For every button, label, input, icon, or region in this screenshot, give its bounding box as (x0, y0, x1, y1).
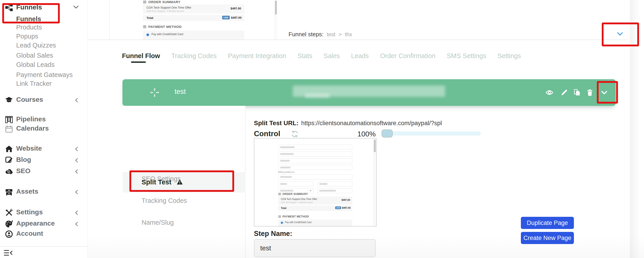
sidebar-item-appearance[interactable]: Appearance (16, 219, 55, 227)
currency-badge: USD (222, 16, 230, 19)
tab-stats[interactable]: Stats (298, 52, 312, 60)
sidebar-item-calendars[interactable]: Calendars (16, 124, 49, 132)
sidebar-divider (0, 246, 88, 247)
edit-icon[interactable] (560, 89, 568, 96)
preview-icon[interactable] (546, 89, 553, 96)
blog-icon (5, 156, 13, 164)
tab-settings[interactable]: Settings (498, 52, 521, 60)
assets-icon (5, 188, 13, 196)
delete-icon[interactable] (586, 89, 594, 96)
payment-option-row: Pay with Credit/Debit Card (278, 219, 352, 226)
tab-leads[interactable]: Leads (351, 52, 369, 60)
move-icon[interactable] (150, 88, 160, 97)
duplicate-page-button[interactable]: Duplicate Page (521, 217, 574, 229)
funnels-icon (5, 3, 13, 12)
scrollbar-thumb[interactable] (374, 140, 376, 152)
list-icon (143, 26, 146, 28)
tab-payment-integration[interactable]: Payment Integration (228, 52, 286, 60)
sidebar-item-website[interactable]: Website (16, 145, 42, 152)
seo-icon (5, 168, 13, 176)
breadcrumb-separator: > (339, 31, 342, 38)
sidebar-item-payment-gateways[interactable]: Payment Gateways (16, 71, 72, 79)
create-new-page-button[interactable]: Create New Page (521, 232, 574, 244)
preview-input (278, 145, 352, 150)
list-icon (278, 215, 281, 218)
traffic-slider-thumb[interactable] (382, 130, 393, 138)
list-icon (143, 1, 146, 3)
sidebar-item-account[interactable]: Account (16, 230, 43, 237)
tab-funnel-flow[interactable]: Funnel Flow (122, 52, 160, 60)
sidebar-item-settings[interactable]: Settings (16, 208, 43, 216)
funnel-steps: Funnel steps: test > thx (288, 31, 352, 38)
expand-step-chevron-icon[interactable] (600, 89, 608, 96)
total-amount: USD $497.00 (335, 206, 350, 209)
order-item-price: $497.00 (342, 199, 350, 201)
tab-sales[interactable]: Sales (324, 52, 340, 60)
duplicate-icon[interactable] (573, 89, 581, 96)
funnel-steps-label: Funnel steps: (288, 31, 324, 38)
total-label: Total (281, 207, 286, 209)
sidebar-item-pipelines[interactable]: Pipelines (16, 115, 46, 123)
scrollbar-thumb[interactable] (275, 1, 277, 15)
split-test-url-value[interactable]: https://clientsonautomationsoftware.com/… (301, 120, 442, 127)
chevron-left-icon[interactable] (75, 210, 78, 215)
select-caret-icon (310, 190, 312, 191)
sidebar-item-blog[interactable]: Blog (16, 156, 31, 164)
payment-option-label: Pay with Credit/Debit Card (152, 33, 183, 36)
active-tab-underline (131, 61, 146, 63)
funnel-step-bar[interactable]: test (122, 79, 616, 106)
website-icon (5, 145, 13, 153)
sidebar-item-global-leads[interactable]: Global Leads (16, 61, 54, 68)
thumbnail-scrollbar[interactable] (373, 139, 376, 226)
funnel-step-test[interactable]: test (327, 31, 336, 38)
chevron-left-icon[interactable] (75, 147, 78, 152)
expand-panel-chevron-icon[interactable] (615, 30, 625, 38)
chevron-left-icon[interactable] (75, 190, 78, 195)
currency-badge: USD (335, 206, 341, 209)
warning-icon (176, 179, 183, 185)
order-item-name: COA Tech Support One Time Offer (146, 6, 192, 9)
funnel-step-thx[interactable]: thx (345, 31, 352, 38)
step-name-label: Step Name: (254, 230, 292, 238)
nav-item-tracking-codes[interactable]: Tracking Codes (142, 197, 187, 204)
preview-input (278, 181, 313, 186)
account-icon (5, 230, 13, 238)
billing-address-label: Billing Address (278, 171, 294, 173)
nav-item-name-slug[interactable]: Name/Slug (142, 219, 174, 226)
split-test-url-line: Split Test URL: https://clientsonautomat… (254, 119, 442, 127)
chevron-left-icon[interactable] (75, 158, 78, 163)
nav-item-split-test[interactable]: Split Test (142, 178, 183, 186)
preview-input (317, 181, 352, 186)
preview-input (278, 175, 352, 179)
preview-scrollbar[interactable] (274, 0, 277, 40)
payment-option-label: Pay with Credit/Debit Card (285, 221, 312, 223)
sidebar: Funnels Funnels Products Popups Lead Qui… (0, 0, 88, 258)
payment-method-header: PAYMENT METHOD (143, 25, 182, 29)
tab-order-confirmation[interactable]: Order Confirmation (380, 52, 436, 60)
sidebar-item-assets[interactable]: Assets (16, 188, 38, 195)
sidebar-item-link-tracker[interactable]: Link Tracker (16, 80, 52, 87)
sidebar-item-courses[interactable]: Courses (16, 96, 43, 103)
sidebar-item-seo[interactable]: SEO (16, 167, 30, 175)
chevron-left-icon[interactable] (75, 221, 78, 226)
sidebar-item-lead-quizzes[interactable]: Lead Quizzes (16, 42, 56, 49)
page-preview-top: ORDER SUMMARY COA Tech Support One Time … (110, 0, 277, 40)
sidebar-item-global-sales[interactable]: Global Sales (16, 52, 53, 59)
chevron-left-icon[interactable] (75, 169, 78, 174)
sidebar-item-popups[interactable]: Popups (16, 33, 38, 40)
tab-bar: Funnel Flow Tracking Codes Payment Integ… (122, 52, 521, 60)
sidebar-item-funnels[interactable]: Funnels (16, 15, 41, 23)
sidebar-item-funnels-group[interactable]: Funnels (0, 2, 88, 13)
refresh-icon[interactable] (291, 130, 299, 138)
traffic-slider-track[interactable] (382, 132, 481, 136)
chevron-down-icon[interactable] (73, 6, 79, 9)
tab-sms-settings[interactable]: SMS Settings (447, 52, 486, 60)
order-item-price: $497.00 (230, 7, 241, 10)
collapse-sidebar-icon[interactable] (4, 249, 13, 256)
step-name-input[interactable] (254, 239, 375, 257)
tab-tracking-codes[interactable]: Tracking Codes (171, 52, 216, 60)
chevron-left-icon[interactable] (75, 98, 78, 103)
sidebar-item-products[interactable]: Products (16, 24, 42, 31)
pipelines-icon (5, 116, 13, 124)
order-total-row: Total USD $497.00 (143, 15, 244, 21)
